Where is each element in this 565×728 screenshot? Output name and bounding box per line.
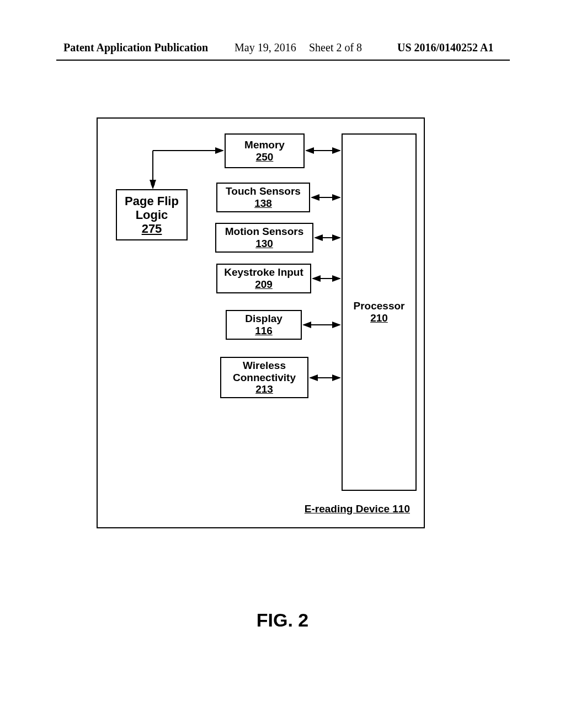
publication-label: Patent Application Publication <box>63 41 208 54</box>
sheet-number: Sheet 2 of 8 <box>309 41 362 54</box>
block-title: Keystroke Input <box>224 266 303 279</box>
block-ref-number: 138 <box>254 197 272 210</box>
block-ref-number: 213 <box>255 383 273 395</box>
block-keystroke-input: Keystroke Input 209 <box>216 264 311 293</box>
block-title: Processor <box>354 300 405 312</box>
block-ref-number: 210 <box>370 312 388 324</box>
block-diagram: Page Flip Logic 275 Memory 250 Touch Sen… <box>97 117 425 528</box>
block-title: Touch Sensors <box>226 185 301 197</box>
block-ref-number: 116 <box>255 325 273 337</box>
header-divider <box>56 60 510 61</box>
device-label: E-reading Device 110 <box>305 503 410 515</box>
block-ref-number: 209 <box>255 279 273 291</box>
block-ref-number: 275 <box>142 222 162 235</box>
svg-marker-2 <box>151 184 155 189</box>
block-title: Memory <box>244 139 285 151</box>
block-motion-sensors: Motion Sensors 130 <box>215 223 313 253</box>
block-processor: Processor 210 <box>342 133 417 491</box>
block-ref-number: 250 <box>256 151 274 163</box>
block-title: Page Flip Logic <box>117 194 186 222</box>
publication-date: May 19, 2016 <box>234 41 296 54</box>
block-page-flip-logic: Page Flip Logic 275 <box>116 189 188 240</box>
figure-caption: FIG. 2 <box>0 609 565 631</box>
block-display: Display 116 <box>226 310 302 340</box>
publication-number: US 2016/0140252 A1 <box>397 41 493 54</box>
block-touch-sensors: Touch Sensors 138 <box>216 183 310 212</box>
block-memory: Memory 250 <box>225 133 305 168</box>
block-title: Wireless Connectivity <box>221 360 307 384</box>
block-ref-number: 130 <box>255 238 273 250</box>
block-title: Motion Sensors <box>225 226 304 238</box>
block-wireless-connectivity: Wireless Connectivity 213 <box>220 357 308 398</box>
block-title: Display <box>245 313 282 325</box>
